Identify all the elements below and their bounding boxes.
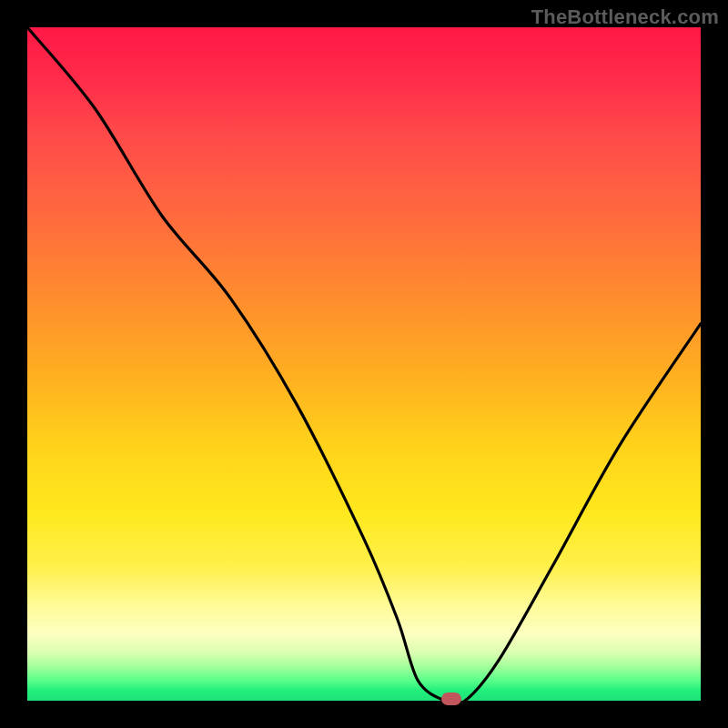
optimal-marker [441,693,461,705]
chart-frame: TheBottleneck.com [0,0,728,728]
bottleneck-curve [27,27,701,701]
plot-area [27,27,701,701]
watermark-text: TheBottleneck.com [531,5,719,29]
